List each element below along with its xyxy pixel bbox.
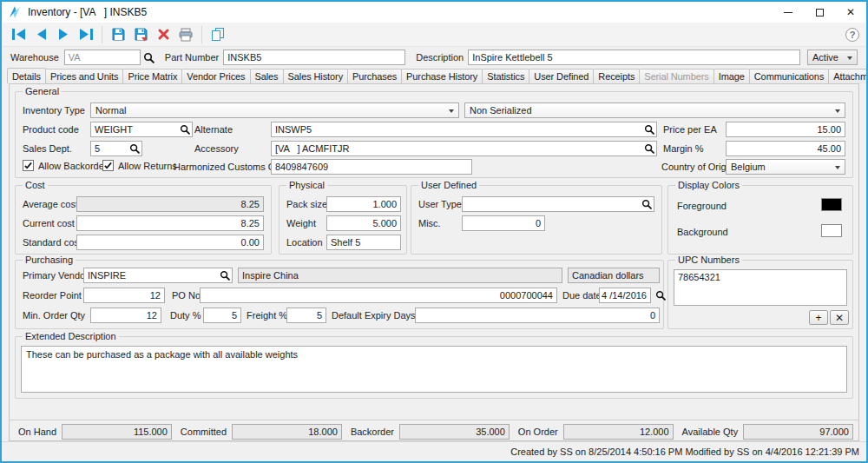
status-select[interactable]: Active (807, 50, 858, 65)
reorder-point-field[interactable]: 12 (83, 288, 165, 303)
extended-description-input[interactable]: These can be purchased as a package with… (21, 346, 847, 393)
tab-communications[interactable]: Communications (749, 69, 830, 83)
cost-group-title: Cost (23, 180, 48, 190)
inventory-type-value: Normal (95, 105, 126, 116)
accessory-lookup-icon[interactable] (643, 142, 655, 155)
purchasing-group-title: Purchasing (23, 255, 76, 265)
tab-sales[interactable]: Sales (250, 69, 284, 83)
default-expiry-days-field[interactable]: 0 (415, 308, 660, 323)
current-cost-field[interactable]: 8.25 (76, 215, 264, 231)
due-date-label: Due date (562, 290, 602, 301)
tab-vendor-prices[interactable]: Vendor Prices (181, 69, 250, 83)
current-cost-value: 8.25 (241, 218, 260, 228)
list-item[interactable]: 78654321 (678, 272, 843, 282)
tab-price-matrix[interactable]: Price Matrix (122, 69, 182, 83)
details-tab-page: General Inventory Type Normal Non Serial… (9, 83, 859, 441)
primary-vendor-label: Primary Vendor (23, 270, 89, 281)
help-button[interactable]: ? (845, 28, 859, 42)
tab-sales-history[interactable]: Sales History (283, 69, 349, 83)
user-type-lookup-icon[interactable] (641, 198, 653, 210)
allow-returns-label: Allow Returns (118, 161, 177, 171)
accessory-field[interactable]: [VA ] ACMFITJR (271, 141, 657, 156)
user-type-field[interactable] (462, 196, 654, 212)
tab-purchases[interactable]: Purchases (347, 69, 402, 83)
duty-value: 5 (232, 310, 237, 321)
upc-remove-button[interactable]: ✕ (830, 310, 849, 325)
close-button[interactable]: ✕ (835, 2, 866, 23)
tab-image[interactable]: Image (713, 69, 750, 83)
alternate-lookup-icon[interactable] (643, 123, 655, 136)
po-no-label: PO No (172, 290, 201, 301)
warehouse-field[interactable]: VA (64, 50, 141, 65)
backorder-value: 35.000 (476, 427, 505, 437)
due-date-lookup-icon[interactable] (655, 290, 666, 301)
primary-vendor-lookup-icon[interactable] (219, 269, 231, 281)
country-of-origin-select[interactable]: Belgium (726, 159, 845, 175)
foreground-color-swatch[interactable] (821, 198, 842, 211)
alternate-field[interactable]: INSWP5 (271, 122, 657, 137)
margin-field[interactable]: 45.00 (726, 141, 845, 156)
tab-receipts[interactable]: Receipts (593, 69, 640, 83)
due-date-value: 4 /14/2016 (602, 290, 647, 301)
due-date-field[interactable]: 4 /14/2016 (599, 288, 651, 303)
harmonized-customs-code-field[interactable]: 8409847609 (271, 159, 472, 175)
weight-field[interactable]: 5.000 (326, 215, 401, 231)
next-record-button[interactable] (52, 24, 75, 45)
tab-attachments[interactable]: Attachments (828, 69, 868, 83)
location-field[interactable]: Shelf 5 (326, 235, 401, 250)
tab-prices-and-units[interactable]: Prices and Units (45, 69, 124, 83)
serialized-value: Non Serialized (470, 105, 532, 116)
tab-purchase-history[interactable]: Purchase History (401, 69, 483, 83)
sales-dept-lookup-icon[interactable] (128, 142, 141, 155)
tab-statistics[interactable]: Statistics (482, 69, 529, 83)
allow-backorders-checkbox[interactable]: Allow Backorders (23, 160, 112, 171)
misc-field[interactable]: 0 (462, 215, 545, 231)
pack-size-field[interactable]: 1.000 (326, 196, 401, 212)
warehouse-lookup-icon[interactable] (143, 52, 155, 63)
print-button[interactable] (174, 24, 197, 45)
serialized-select[interactable]: Non Serialized (464, 103, 845, 118)
price-per-field[interactable]: 15.00 (726, 122, 845, 137)
extended-description-group-title: Extended Description (23, 331, 119, 341)
user-defined-group: User Defined User Type Misc. 0 (411, 185, 662, 255)
part-number-value: INSKB5 (227, 52, 261, 63)
min-order-qty-field[interactable]: 12 (90, 308, 161, 323)
on-order-field: 12.000 (563, 424, 674, 440)
location-label: Location (286, 237, 323, 248)
duty-field[interactable]: 5 (203, 308, 241, 323)
minimize-button[interactable] (773, 2, 804, 23)
current-cost-label: Current cost (23, 218, 75, 228)
titlebar: Inventory - [VA ] INSKB5 ✕ (2, 2, 866, 23)
maximize-icon (816, 9, 824, 17)
display-colors-group: Display Colors Foreground Background (667, 185, 853, 255)
inventory-window: Inventory - [VA ] INSKB5 ✕ (0, 0, 868, 463)
last-record-button[interactable] (75, 24, 97, 45)
tab-details[interactable]: Details (7, 68, 46, 83)
user-type-label: User Type (418, 199, 462, 209)
freight-field[interactable]: 5 (286, 308, 326, 323)
maximize-button[interactable] (804, 2, 835, 23)
weight-value: 5.000 (372, 218, 397, 228)
allow-returns-checkbox[interactable]: Allow Returns (102, 160, 177, 171)
part-number-field[interactable]: INSKB5 (223, 50, 405, 65)
save-button[interactable] (107, 24, 129, 45)
standard-cost-field[interactable]: 0.00 (76, 235, 264, 250)
background-color-swatch[interactable] (821, 224, 842, 237)
tab-serial-numbers: Serial Numbers (639, 69, 713, 83)
sales-dept-field[interactable]: 5 (90, 141, 142, 156)
copy-button[interactable] (207, 24, 229, 45)
inventory-type-select[interactable]: Normal (90, 103, 459, 118)
tab-user-defined[interactable]: User Defined (529, 69, 594, 83)
primary-vendor-field[interactable]: INSPIRE (83, 268, 233, 283)
alternate-value: INSWP5 (275, 124, 312, 135)
previous-record-button[interactable] (30, 24, 52, 45)
save-close-button[interactable] (129, 24, 152, 45)
delete-button[interactable] (152, 24, 174, 45)
product-code-lookup-icon[interactable] (179, 123, 191, 136)
po-no-field[interactable]: 0000700044 (200, 288, 557, 303)
first-record-button[interactable] (7, 24, 30, 45)
upc-add-button[interactable]: + (809, 310, 828, 325)
product-code-field[interactable]: WEIGHT (90, 122, 193, 137)
description-field[interactable]: InSpire Kettlebell 5 (468, 50, 800, 65)
upc-list[interactable]: 78654321 (674, 269, 847, 306)
